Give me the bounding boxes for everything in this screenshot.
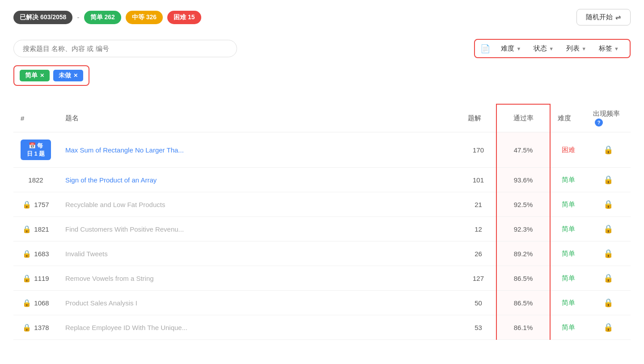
problem-title-locked: Replace Employee ID With The Unique...: [65, 324, 187, 331]
cell-difficulty: 简单: [550, 192, 586, 217]
cell-difficulty: 简单: [550, 168, 586, 192]
lock-icon: 🔒: [22, 274, 31, 283]
frequency-lock-icon: 🔒: [603, 274, 613, 283]
hard-badge: 困难 15: [167, 11, 201, 24]
problem-title-locked: Product Sales Analysis I: [65, 299, 137, 307]
cell-solutions: 53: [461, 315, 496, 340]
cell-title: Find Customers With Positive Revenu...: [58, 217, 461, 241]
cell-solutions: 50: [461, 291, 496, 315]
cell-title: Invalid Tweets: [58, 241, 461, 266]
tag-filter-button[interactable]: 标签 ▼: [593, 42, 624, 55]
random-label: 随机开始: [586, 13, 613, 21]
tag-label: 标签: [599, 44, 612, 53]
cell-pass-rate: 47.5%: [496, 132, 550, 168]
cell-frequency: 🔒: [586, 217, 631, 241]
cell-title: Remove Vowels from a String: [58, 266, 461, 291]
cell-frequency: 🔒: [586, 132, 631, 168]
cell-number: 📅 每日 1 题: [13, 132, 58, 168]
problem-title-link[interactable]: Max Sum of Rectangle No Larger Tha...: [65, 146, 184, 154]
undone-filter-label: 未做: [59, 72, 71, 80]
cell-pass-rate: 86.5%: [496, 266, 550, 291]
cell-solutions: 21: [461, 192, 496, 217]
lock-icon: 🔒: [22, 323, 31, 332]
difficulty-label: 难度: [501, 44, 514, 53]
problem-number: 1683: [34, 250, 49, 258]
difficulty-value: 简单: [562, 299, 575, 306]
problem-title-link[interactable]: Sign of the Product of an Array: [65, 176, 157, 184]
table-row: 🔒1068Product Sales Analysis I5086.5%简单🔒: [13, 291, 631, 315]
cell-difficulty: 简单: [550, 241, 586, 266]
difficulty-value: 简单: [562, 200, 575, 208]
frequency-lock-icon: 🔒: [603, 249, 613, 258]
frequency-lock-icon: 🔒: [603, 175, 613, 184]
lock-icon: 🔒: [22, 225, 31, 233]
table-row: 🔒1683Invalid Tweets2689.2%简单🔒: [13, 241, 631, 266]
frequency-help-icon: ?: [595, 119, 603, 127]
difficulty-value: 困难: [562, 146, 575, 153]
difficulty-value: 简单: [562, 176, 575, 183]
easy-badge: 简单 262: [84, 11, 121, 24]
list-label: 列表: [566, 44, 580, 53]
undone-filter-close-icon[interactable]: ✕: [73, 72, 78, 79]
cell-frequency: 🔒: [586, 315, 631, 340]
easy-filter-close-icon[interactable]: ✕: [40, 72, 44, 79]
frequency-lock-icon: 🔒: [603, 200, 613, 209]
problem-number: 1822: [28, 176, 43, 184]
status-filter-button[interactable]: 状态 ▼: [528, 42, 559, 55]
cell-title: Replace Employee ID With The Unique...: [58, 315, 461, 340]
dash-separator: -: [77, 13, 79, 21]
status-arrow-icon: ▼: [549, 46, 554, 51]
cell-solutions: 127: [461, 266, 496, 291]
th-solutions: 题解: [461, 104, 496, 132]
table-row: 🔒1378Replace Employee ID With The Unique…: [13, 315, 631, 340]
th-number: #: [13, 104, 58, 132]
problem-number: 1068: [34, 299, 49, 307]
cell-frequency: 🔒: [586, 168, 631, 192]
difficulty-filter-button[interactable]: 难度 ▼: [496, 42, 526, 55]
easy-filter-label: 简单: [25, 72, 38, 80]
daily-badge[interactable]: 📅 每日 1 题: [21, 140, 51, 160]
cell-number: 🔒1821: [13, 217, 58, 241]
random-button[interactable]: 随机开始 ⇌: [576, 9, 631, 25]
cell-difficulty: 简单: [550, 291, 586, 315]
cell-title[interactable]: Sign of the Product of an Array: [58, 168, 461, 192]
search-input[interactable]: [13, 40, 237, 57]
problem-number: 1119: [34, 275, 49, 282]
solved-badge: 已解决 603/2058: [13, 11, 72, 24]
cell-frequency: 🔒: [586, 291, 631, 315]
problem-title-locked: Invalid Tweets: [65, 250, 108, 258]
th-difficulty: 难度: [550, 104, 586, 132]
frequency-lock-icon: 🔒: [603, 298, 613, 307]
easy-filter-tag[interactable]: 简单 ✕: [20, 70, 50, 81]
frequency-lock-icon: 🔒: [603, 323, 613, 332]
cell-solutions: 101: [461, 168, 496, 192]
cell-pass-rate: 86.5%: [496, 291, 550, 315]
top-bar: 已解决 603/2058 - 简单 262 中等 326 困难 15 随机开始 …: [13, 9, 631, 25]
cell-solutions: 26: [461, 241, 496, 266]
table-row: 1822Sign of the Product of an Array10193…: [13, 168, 631, 192]
cell-pass-rate: 93.6%: [496, 168, 550, 192]
problem-table: # 题名 题解 通过率 难度 出现频率 ?: [13, 104, 631, 340]
difficulty-value: 简单: [562, 323, 575, 331]
list-filter-button[interactable]: 列表 ▼: [561, 42, 592, 55]
table-row: 🔒1821Find Customers With Positive Revenu…: [13, 217, 631, 241]
cell-number: 🔒1119: [13, 266, 58, 291]
table-header-row: # 题名 题解 通过率 难度 出现频率 ?: [13, 104, 631, 132]
problem-number: 1757: [34, 201, 49, 208]
th-frequency: 出现频率 ?: [586, 104, 631, 132]
filter-bar: 📄 难度 ▼ 状态 ▼ 列表 ▼ 标签 ▼: [13, 39, 631, 58]
cell-difficulty: 简单: [550, 266, 586, 291]
active-filters: 简单 ✕ 未做 ✕: [13, 65, 89, 86]
difficulty-value: 简单: [562, 250, 575, 257]
cell-difficulty: 困难: [550, 132, 586, 168]
cell-title: Product Sales Analysis I: [58, 291, 461, 315]
problem-number: 1821: [34, 225, 49, 233]
difficulty-value: 简单: [562, 274, 575, 282]
list-arrow-icon: ▼: [581, 46, 586, 51]
cell-difficulty: 简单: [550, 315, 586, 340]
problem-title-locked: Recyclable and Low Fat Products: [65, 201, 165, 208]
cell-title[interactable]: Max Sum of Rectangle No Larger Tha...: [58, 132, 461, 168]
cell-solutions: 12: [461, 217, 496, 241]
undone-filter-tag[interactable]: 未做 ✕: [53, 70, 83, 81]
cell-pass-rate: 92.5%: [496, 192, 550, 217]
